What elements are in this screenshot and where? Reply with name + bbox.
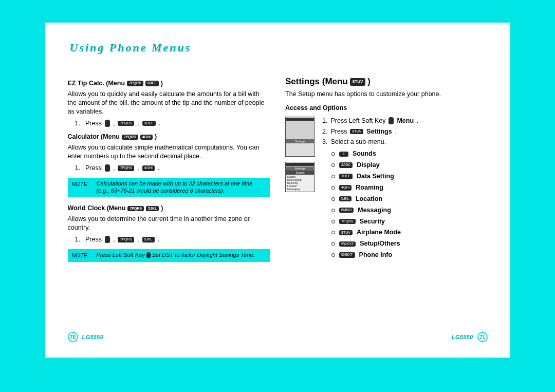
screen-settings-main: Settings <box>285 117 315 157</box>
bullet-icon <box>331 175 335 178</box>
step-number: 2. <box>322 127 327 136</box>
menu-label: Menu <box>397 117 414 125</box>
close-paren: ) <box>155 133 157 141</box>
step-number: 3. <box>322 138 327 146</box>
comma: , <box>113 119 115 128</box>
settings-item: 6MNOMessaging <box>331 206 488 215</box>
screen-menu-list: Display Data Setting Roaming Location Me… <box>286 175 314 191</box>
world-step: 1. Press , 7PQRS , 5JKL . <box>75 235 270 244</box>
footer-left: 70 LG5550 <box>68 332 104 342</box>
page-title: Using Phone Menus <box>70 41 192 54</box>
bullet-icon <box>331 152 335 156</box>
step-number: 1. <box>322 117 327 125</box>
status-bar-icon <box>286 163 314 166</box>
settings-item-label: Security <box>360 217 385 226</box>
key-icon: 5JKL <box>339 196 351 201</box>
bullet-icon <box>331 253 335 257</box>
key-icon: 9WXYZ <box>339 241 356 247</box>
step-number: 1. <box>75 235 80 244</box>
settings-item-label: Setup/Others <box>360 239 400 248</box>
close-paren: ) <box>161 204 163 213</box>
comma: , <box>113 235 115 244</box>
settings-submenu-list: 1Sounds2ABCDisplay3DEFData Setting4GHIRo… <box>331 150 488 259</box>
screen-settings-list: Settings Sounds Display Data Setting Roa… <box>285 162 315 192</box>
key-7-icon: 7PQRS <box>127 81 143 86</box>
key-icon: 0NEXT <box>339 252 355 257</box>
settings-steps: 1. Press Left Soft Key Menu. 2. Press 8T… <box>322 117 488 262</box>
close-paren: ) <box>367 76 371 88</box>
key-icon: 2ABC <box>339 162 353 167</box>
settings-item-label: Phone Info <box>359 251 393 259</box>
settings-item: 8TUVAirplane Mode <box>331 228 488 237</box>
key-icon: 4GHI <box>339 185 351 190</box>
soft-key-icon <box>146 252 151 258</box>
key-8-icon: 8TUV <box>350 129 363 134</box>
period: . <box>395 127 397 136</box>
key-4-icon: 4GHI <box>142 165 155 171</box>
settings-item: 4GHIRoaming <box>331 183 488 192</box>
step-text: Select a sub-menu. <box>330 138 386 146</box>
close-paren: ) <box>161 79 163 88</box>
key-icon: 8TUV <box>339 230 353 235</box>
soft-key-icon <box>388 117 394 124</box>
note-post: Set DST to factor Daylight Savings Time. <box>152 252 255 258</box>
key-5-icon: 5JKL <box>142 237 155 242</box>
comma: , <box>137 235 139 244</box>
period: . <box>158 235 159 244</box>
note-body: Press Left Soft Key Set DST to factor Da… <box>97 252 266 259</box>
content-columns: EZ Tip Calc. (Menu 7PQRS 3DEF ) Allows y… <box>68 76 488 269</box>
press-label: Press <box>85 164 102 173</box>
bullet-icon <box>331 197 335 201</box>
press-label: Press <box>85 235 102 244</box>
model-label: LG5550 <box>82 334 104 340</box>
soft-key-icon <box>105 164 110 172</box>
phone-screens: Settings Settings Sounds Display Data Se… <box>285 117 315 262</box>
calc-step: 1. Press , 7PQRS , 4GHI . <box>75 164 270 173</box>
settings-label: Settings <box>366 127 392 136</box>
note-pre: Press Left Soft Key <box>97 252 145 258</box>
manual-page: Using Phone Menus EZ Tip Calc. (Menu 7PQ… <box>45 23 510 358</box>
settings-item: 0NEXTPhone Info <box>331 251 488 259</box>
screen-thumbnails <box>286 143 314 156</box>
settings-item: 3DEFData Setting <box>331 172 488 181</box>
period: . <box>417 117 418 125</box>
comma: , <box>137 164 139 173</box>
calc-desc: Allows you to calculate simple mathemati… <box>68 143 270 161</box>
ez-tip-desc: Allows you to quickly and easily calcula… <box>68 90 270 116</box>
settings-item-label: Location <box>356 195 382 203</box>
note-label: NOTE <box>72 252 91 259</box>
calc-note: NOTE Calculations can be made with up to… <box>68 178 270 197</box>
step-3: 3. Select a sub-menu. <box>322 138 488 146</box>
key-3-icon: 3DEF <box>142 121 156 126</box>
key-7-icon: 7PQRS <box>118 237 134 242</box>
period: . <box>158 164 159 173</box>
press-label: Press <box>85 119 102 128</box>
key-icon: 3DEF <box>339 174 353 179</box>
soft-key-icon <box>105 236 110 243</box>
bullet-icon <box>331 220 335 223</box>
page-footer: 70 LG5550 LG5550 71 <box>68 332 488 342</box>
step-number: 1. <box>75 119 80 128</box>
settings-heading: Settings (Menu 8TUV ) <box>285 76 488 88</box>
ez-tip-step: 1. Press , 7PQRS , 3DEF . <box>75 119 270 128</box>
settings-desc: The Setup menu has options to customize … <box>285 90 488 99</box>
bullet-icon <box>331 231 335 234</box>
step-text: Press <box>330 127 347 136</box>
settings-item-label: Airplane Mode <box>357 228 401 237</box>
key-4-icon: 4GHI <box>140 135 153 140</box>
key-3-icon: 3DEF <box>145 81 159 86</box>
ez-tip-title: EZ Tip Calc. (Menu <box>68 79 125 88</box>
world-title: World Clock (Menu <box>68 204 126 213</box>
note-body: Calculations can be made with up to 32 c… <box>97 180 266 195</box>
step-number: 1. <box>75 164 80 173</box>
right-body: Settings Settings Sounds Display Data Se… <box>285 117 488 262</box>
comma: , <box>137 119 139 128</box>
bullet-icon <box>331 242 335 246</box>
bullet-icon <box>331 186 335 190</box>
settings-item-label: Display <box>357 161 379 170</box>
screen-label: Settings <box>286 166 314 171</box>
period: . <box>159 119 160 128</box>
page-number: 70 <box>68 332 78 342</box>
status-bar-icon <box>286 118 314 121</box>
world-desc: Allows you to determine the current time… <box>68 215 270 232</box>
